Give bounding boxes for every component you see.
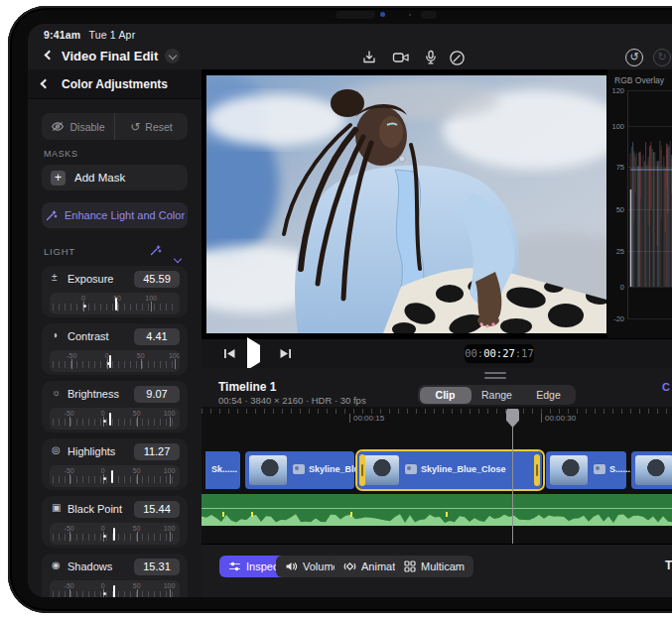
timecode-mid: 00:27 <box>483 347 515 359</box>
clock: 9:41am <box>44 29 80 41</box>
default-dot <box>103 535 106 538</box>
slider-value[interactable]: 45.59 <box>134 271 180 288</box>
minor-ticks <box>53 476 177 483</box>
slider-label-row: ▣Black Point15.44 <box>50 501 180 519</box>
voiceover-button[interactable] <box>421 48 441 67</box>
undo-button[interactable]: ↺ <box>624 48 644 67</box>
camera-housing <box>336 11 375 19</box>
project-menu-button[interactable] <box>165 49 180 63</box>
clip-thumbnail <box>361 455 399 485</box>
add-mask-button[interactable]: + Add Mask <box>42 165 188 190</box>
slider-handle[interactable] <box>111 470 113 483</box>
slider-handle[interactable] <box>109 355 111 368</box>
clip-thumbnail <box>249 455 287 485</box>
record-video-button[interactable] <box>391 48 411 67</box>
playhead-line <box>512 421 514 548</box>
clipped-button-fragment[interactable]: C <box>662 381 670 393</box>
ruler-timecode: 00:00:15 <box>349 414 384 423</box>
slider-label: Highlights <box>67 445 115 457</box>
multicam-button[interactable]: Multicam <box>395 556 473 577</box>
slider-handle[interactable] <box>109 413 111 426</box>
draw-button[interactable] <box>447 48 467 67</box>
light-section-header: LIGHT <box>28 244 202 260</box>
inspect-sliders-icon <box>228 560 241 572</box>
clip-thumbnail <box>635 455 672 485</box>
back-icon[interactable] <box>45 51 55 61</box>
skip-forward-button[interactable] <box>279 346 292 364</box>
import-button[interactable] <box>359 48 379 67</box>
slider-label-row: ◎Highlights11.27 <box>50 443 180 461</box>
slider-value[interactable]: 4.41 <box>134 328 180 345</box>
tab-edge[interactable]: Edge <box>523 387 575 404</box>
brightness-icon: ☼ <box>52 387 61 398</box>
scope-axis-label: 120 <box>611 86 624 95</box>
tab-clip[interactable]: Clip <box>420 387 471 404</box>
tick-label: -50 <box>65 582 74 589</box>
slider-value[interactable]: 11.27 <box>134 443 180 460</box>
tick-label: 100 <box>164 467 176 474</box>
major-tick <box>170 417 171 427</box>
slider-track[interactable]: -50050100 <box>50 408 180 430</box>
highlights-icon: ◎ <box>52 444 61 455</box>
timeline-clip[interactable]: S...... <box>546 451 627 489</box>
contrast-icon: ◑ <box>52 329 58 340</box>
slider-track[interactable]: 050100 <box>50 293 180 314</box>
slider-handle[interactable] <box>113 528 115 541</box>
tick-label: 100 <box>169 352 180 359</box>
slider-track[interactable]: -50050100 <box>50 350 180 372</box>
slider-track[interactable]: -50050100 <box>50 523 180 545</box>
ruler-ticks[interactable] <box>202 409 672 414</box>
rgb-overlay-scope: RGB Overlay 1201007550250-20 <box>607 69 672 338</box>
reset-label: Reset <box>145 121 172 133</box>
speaker-icon <box>285 560 298 572</box>
title-bar: Video Final Edit ↺ ↻ <box>28 46 672 69</box>
slider-label: Exposure <box>67 273 113 285</box>
tick-label: 0 <box>105 352 109 359</box>
slider-exposure: ±Exposure45.59050100 <box>42 266 188 317</box>
enhance-light-color-button[interactable]: Enhance Light and Color <box>42 202 188 228</box>
redo-button[interactable]: ↻ <box>652 48 672 67</box>
timeline: 00:00:1500:00:30 Sk......Skyline_Blue_Wi… <box>202 407 672 544</box>
minor-ticks <box>53 419 177 426</box>
date: Tue 1 Apr <box>88 29 135 41</box>
light-sliders: ±Exposure45.59050100◑Contrast4.41-500501… <box>42 266 188 597</box>
reset-button[interactable]: ↺ Reset <box>115 113 188 140</box>
trim-handle-left[interactable] <box>359 454 365 486</box>
major-tick <box>175 359 176 369</box>
project-title[interactable]: Video Final Edit <box>62 49 158 63</box>
tab-range[interactable]: Range <box>471 387 523 404</box>
slider-label-row: ◉Shadows15.31 <box>50 559 180 576</box>
slider-value[interactable]: 9.07 <box>134 386 180 403</box>
slider-track[interactable]: -50050100 <box>50 465 180 487</box>
tick-label: -50 <box>65 525 74 532</box>
light-collapse-button[interactable] <box>175 248 181 266</box>
exposure-icon: ± <box>52 272 58 283</box>
tick-label: 0 <box>101 525 105 532</box>
slider-value[interactable]: 15.44 <box>134 501 180 518</box>
slider-value[interactable]: 15.31 <box>134 559 180 575</box>
slider-track[interactable]: -50050100 <box>50 580 180 597</box>
major-tick <box>151 302 152 311</box>
disable-button[interactable]: Disable <box>42 113 115 140</box>
playhead[interactable] <box>506 409 519 548</box>
timeline-clip[interactable] <box>631 451 672 489</box>
slider-contrast: ◑Contrast4.41-50050100 <box>42 323 188 375</box>
slider-handle[interactable] <box>113 585 115 597</box>
timecode-hours: 00: <box>465 347 483 359</box>
timeline-clip[interactable]: Skyline_Blue_Wide <box>245 451 355 489</box>
major-tick <box>170 474 171 484</box>
major-tick <box>69 417 70 427</box>
playhead-handle[interactable] <box>506 409 519 428</box>
timeline-clip[interactable]: Sk...... <box>205 451 241 489</box>
audio-track[interactable] <box>202 494 672 526</box>
pane-drag-handle[interactable] <box>484 372 506 382</box>
redo-icon: ↻ <box>653 49 671 66</box>
chevron-down-icon <box>168 51 176 59</box>
play-button[interactable] <box>247 345 260 363</box>
slider-handle[interactable] <box>115 298 117 310</box>
panel-title: Color Adjustments <box>28 77 202 91</box>
skip-back-button[interactable] <box>223 346 236 364</box>
timecode-display[interactable]: 00:00:27:17 <box>465 344 534 363</box>
trim-handle-right[interactable] <box>534 454 540 486</box>
selection-mode-tabs: Clip Range Edge <box>418 385 576 405</box>
